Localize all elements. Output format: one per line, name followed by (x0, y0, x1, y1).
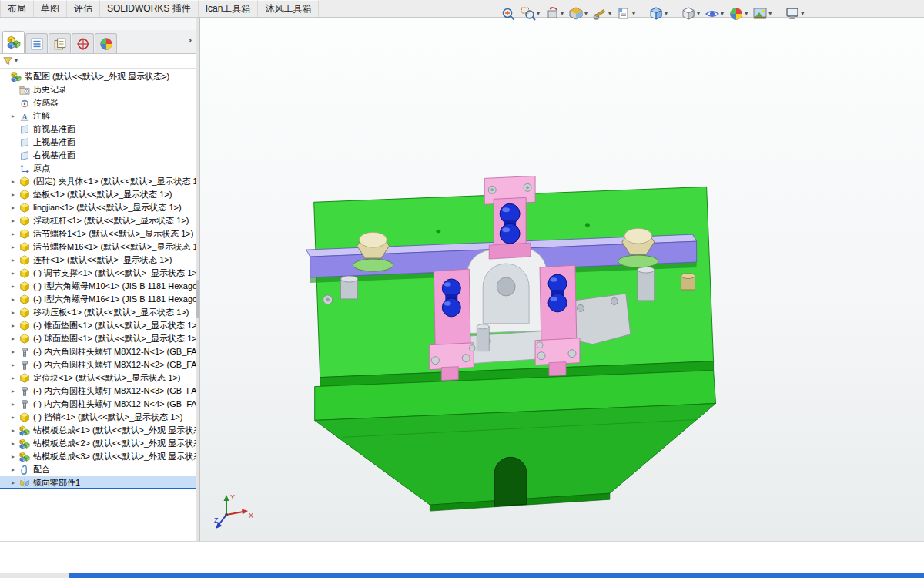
command-tab-6[interactable]: 沐风工具箱 (258, 0, 319, 17)
expand-arrow-icon[interactable]: ▸ (12, 257, 19, 264)
tree-item[interactable]: ▸钻模板总成<1> (默认<<默认>_外观 显示状态>) (0, 424, 196, 437)
expand-arrow-icon[interactable]: ▸ (12, 244, 19, 250)
tree-item[interactable]: ▸(-) 调节支撑<1> (默认<<默认>_显示状态 1>) (0, 267, 196, 280)
panel-flyout-arrow[interactable]: › (189, 34, 192, 45)
tree-item[interactable]: ▸定位块<1> (默认<<默认>_显示状态 1>) (0, 371, 196, 385)
expand-arrow-icon[interactable]: ▸ (12, 218, 19, 224)
tree-item[interactable]: ▸(-) 内六角圆柱头螺钉 M8X12-N<3> (GB_FASTENER_ (0, 385, 196, 398)
expand-arrow-icon[interactable]: ▸ (12, 323, 19, 329)
hide-show-items-button[interactable]: ▾ (703, 5, 725, 23)
expand-arrow-icon[interactable]: ▸ (12, 388, 19, 395)
dropdown-caret-icon[interactable]: ▾ (768, 11, 772, 17)
dropdown-caret-icon[interactable]: ▾ (584, 11, 588, 17)
expand-arrow-icon[interactable]: ▸ (12, 113, 19, 119)
tree-item[interactable]: ▸连杆<1> (默认<<默认>_显示状态 1>) (0, 254, 196, 267)
dropdown-caret-icon[interactable]: ▾ (801, 11, 804, 17)
dropdown-caret-icon[interactable]: ▾ (608, 11, 611, 17)
filter-caret-icon[interactable]: ▾ (15, 58, 18, 64)
dropdown-caret-icon[interactable]: ▾ (745, 11, 748, 17)
tree-item[interactable]: ▸(-) 内六角圆柱头螺钉 M8X12-N<2> (GB_FASTENER_ (0, 358, 196, 371)
tree-item[interactable]: ▸镜向零部件1 (0, 476, 196, 489)
dropdown-caret-icon[interactable]: ▾ (721, 11, 724, 17)
tree-item[interactable]: ▸(-) 球面垫圈<1> (默认<<默认>_显示状态 1>) (0, 332, 196, 345)
tree-item[interactable]: 装配图 (默认<<默认>_外观 显示状态>) (0, 70, 196, 83)
tree-item[interactable]: ▸活节螺栓M16<1> (默认<<默认>_显示状态 1>) (0, 240, 196, 254)
tree-item[interactable]: ▸(-) I型六角螺母M16<1> (JIS B 1181 Hexagon nu… (0, 293, 196, 306)
expand-arrow-icon[interactable]: ▸ (12, 205, 19, 211)
expand-arrow-icon[interactable]: ▸ (12, 415, 19, 421)
tree-item[interactable]: 传感器 (0, 96, 196, 109)
panel-tab-dimxpert-manager[interactable] (72, 33, 94, 53)
dropdown-caret-icon[interactable]: ▾ (537, 11, 540, 17)
expand-arrow-icon[interactable]: ▸ (12, 454, 19, 460)
expand-arrow-icon[interactable]: ▸ (12, 231, 19, 237)
tree-item[interactable]: ▸(-) I型六角螺母M10<1> (JIS B 1181 Hexagon nu… (0, 280, 196, 293)
view-settings-button[interactable]: ▾ (783, 5, 805, 23)
dimxpert-manager-icon (76, 37, 90, 51)
zoom-to-fit-button[interactable] (499, 5, 517, 23)
dropdown-caret-icon[interactable]: ▾ (697, 11, 700, 17)
tree-item[interactable]: ▸A注解 (0, 109, 196, 123)
expand-arrow-icon[interactable]: ▸ (12, 297, 19, 303)
dropdown-caret-icon[interactable]: ▾ (561, 11, 564, 17)
expand-arrow-icon[interactable]: ▸ (12, 402, 19, 408)
tree-item-label: 原点 (33, 163, 50, 174)
splitter-handle[interactable] (196, 280, 199, 318)
tree-item[interactable]: ▸钻模板总成<3> (默认<<默认>_外观 显示状态>) (0, 450, 196, 463)
tree-item[interactable]: ▸垫板<1> (默认<<默认>_显示状态 1>) (0, 188, 196, 201)
tree-item[interactable]: ▸(-) 内六角圆柱头螺钉 M8X12-N<4> (GB_FASTENER_ (0, 398, 196, 411)
expand-arrow-icon[interactable]: ▸ (12, 336, 19, 342)
expand-arrow-icon[interactable]: ▸ (12, 310, 19, 316)
tree-item[interactable]: ▸lingjian<1> (默认<<默认>_显示状态 1>) (0, 201, 196, 214)
annotation-view-button[interactable]: ▾ (614, 5, 637, 23)
command-tab-1[interactable]: 布局 (0, 0, 34, 17)
tree-filter-bar[interactable]: ▾ (0, 54, 196, 69)
expand-arrow-icon[interactable]: ▸ (12, 284, 19, 290)
filter-funnel-icon[interactable] (3, 56, 12, 66)
expand-arrow-icon[interactable]: ▸ (12, 362, 19, 368)
expand-arrow-icon[interactable]: ▸ (12, 179, 19, 185)
expand-arrow-icon[interactable]: ▸ (12, 375, 19, 381)
panel-tab-property-manager[interactable] (25, 33, 48, 53)
graphics-viewport[interactable]: Y X Z (200, 18, 924, 541)
edit-appearance-button[interactable]: ▾ (727, 5, 749, 23)
panel-tab-display-manager[interactable] (95, 33, 117, 53)
tree-item[interactable]: ▸活节螺栓1<1> (默认<<默认>_显示状态 1>) (0, 227, 196, 240)
tree-item-label: (-) 锥面垫圈<1> (默认<<默认>_显示状态 1>) (33, 320, 196, 331)
expand-arrow-icon[interactable]: ▸ (12, 441, 19, 447)
expand-arrow-icon[interactable]: ▸ (12, 349, 19, 355)
section-view-button[interactable]: ▾ (567, 5, 589, 23)
dropdown-caret-icon[interactable]: ▾ (665, 11, 668, 17)
view-orientation-button[interactable]: ▾ (647, 5, 669, 23)
tree-item[interactable]: ▸(-) 锥面垫圈<1> (默认<<默认>_显示状态 1>) (0, 319, 196, 332)
command-tab-3[interactable]: 评估 (67, 0, 100, 17)
tree-item[interactable]: ▸配合 (0, 463, 196, 476)
tree-item[interactable]: ▸(固定) 夹具体<1> (默认<<默认>_显示状态 1>) (0, 175, 196, 188)
tree-item[interactable]: 上视基准面 (0, 136, 196, 149)
zoom-to-area-button[interactable]: ▾ (519, 5, 541, 23)
tree-item[interactable]: ▸移动压板<1> (默认<<默认>_显示状态 1>) (0, 306, 196, 319)
tree-item[interactable]: ▸(-) 挡销<1> (默认<<默认>_显示状态 1>) (0, 411, 196, 424)
tree-item[interactable]: 右视基准面 (0, 149, 196, 162)
tree-item[interactable]: ▸(-) 内六角圆柱头螺钉 M8X12-N<1> (GB_FASTENER_ (0, 345, 196, 358)
tree-item[interactable]: 前视基准面 (0, 123, 196, 136)
tree-item[interactable]: 历史记录 (0, 83, 196, 96)
dynamic-annotation-button[interactable]: ▾ (591, 5, 613, 23)
expand-arrow-icon[interactable]: ▸ (12, 467, 19, 473)
tree-item[interactable]: 原点 (0, 162, 196, 175)
expand-arrow-icon[interactable]: ▸ (12, 480, 19, 486)
expand-arrow-icon[interactable]: ▸ (12, 428, 19, 434)
previous-view-button[interactable]: ▾ (543, 5, 565, 23)
command-tab-4[interactable]: SOLIDWORKS 插件 (100, 0, 199, 17)
dropdown-caret-icon[interactable]: ▾ (632, 11, 635, 17)
command-tab-5[interactable]: Ican工具箱 (199, 0, 259, 17)
panel-tab-featuremanager-tree[interactable] (2, 31, 25, 53)
tree-item[interactable]: ▸浮动杠杆<1> (默认<<默认>_显示状态 1>) (0, 214, 196, 227)
apply-scene-button[interactable]: ▾ (751, 5, 773, 23)
expand-arrow-icon[interactable]: ▸ (12, 192, 19, 198)
panel-tab-configuration-manager[interactable] (49, 33, 71, 53)
command-tab-2[interactable]: 草图 (34, 0, 67, 17)
tree-item[interactable]: ▸钻模板总成<2> (默认<<默认>_外观 显示状态>) (0, 437, 196, 450)
expand-arrow-icon[interactable]: ▸ (12, 271, 19, 277)
display-style-button[interactable]: ▾ (679, 5, 701, 23)
